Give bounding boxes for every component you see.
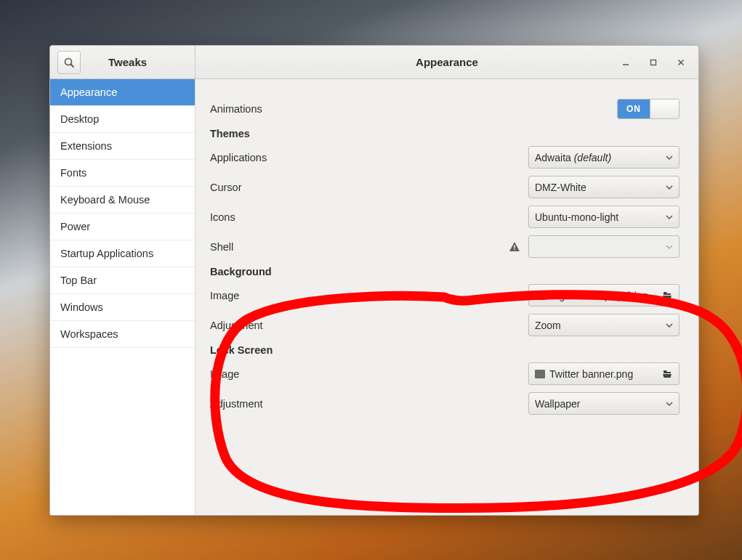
background-adjustment-dropdown[interactable]: Zoom (528, 314, 680, 336)
maximize-button[interactable] (640, 52, 666, 73)
svg-rect-7 (514, 248, 515, 250)
toggle-on-text: ON (618, 100, 650, 118)
sidebar-item-top-bar[interactable]: Top Bar (50, 267, 195, 294)
chevron-down-icon (666, 154, 673, 161)
sidebar-item-label: Workspaces (60, 328, 118, 340)
sidebar-item-label: Appearance (60, 86, 117, 98)
close-icon (677, 58, 685, 67)
window-controls (613, 46, 694, 78)
applications-theme-dropdown[interactable]: Adwaita (default) (528, 146, 680, 169)
sidebar-item-fonts[interactable]: Fonts (50, 160, 195, 187)
sidebar-item-label: Startup Applications (60, 248, 153, 259)
sidebar-item-label: Desktop (60, 113, 99, 125)
dropdown-value: DMZ-White (535, 182, 661, 193)
sidebar-item-windows[interactable]: Windows (50, 294, 195, 321)
file-value: High Sierra (copy).jpg (549, 290, 657, 301)
label-ls-adjust: Adjustment (210, 398, 384, 410)
svg-line-1 (71, 64, 74, 67)
label-shell: Shell (210, 241, 384, 253)
label-animations: Animations (210, 103, 384, 115)
dropdown-value: Ubuntu-mono-light (535, 211, 661, 223)
titlebar: Tweaks Appearance (50, 46, 698, 79)
sidebar-item-power[interactable]: Power (50, 214, 195, 240)
sidebar-item-keyboard-mouse[interactable]: Keyboard & Mouse (50, 187, 195, 214)
sidebar-item-startup-apps[interactable]: Startup Applications (50, 240, 195, 267)
chevron-down-icon (666, 243, 673, 251)
row-icons: Icons Ubuntu-mono-light (210, 202, 680, 232)
dropdown-value: Wallpaper (535, 398, 661, 410)
chevron-down-icon (666, 214, 673, 221)
minimize-icon (621, 58, 630, 67)
window-body: Appearance Desktop Extensions Fonts Keyb… (50, 79, 698, 515)
chevron-down-icon (666, 184, 673, 191)
maximize-icon (649, 58, 658, 67)
row-bg-image: Image High Sierra (copy).jpg (210, 280, 680, 310)
toggle-knob (650, 100, 679, 118)
lockscreen-image-chooser[interactable]: Twitter banner.png (528, 362, 680, 385)
section-background: Background (210, 261, 680, 280)
row-cursor: Cursor DMZ-White (210, 172, 680, 202)
minimize-button[interactable] (613, 52, 639, 73)
shell-theme-dropdown (528, 235, 680, 258)
open-icon (661, 369, 673, 379)
panel-title: Appearance (416, 56, 478, 68)
sidebar-item-desktop[interactable]: Desktop (50, 106, 195, 133)
row-animations: Animations ON (210, 94, 680, 123)
animations-toggle[interactable]: ON (617, 99, 680, 119)
titlebar-right: Appearance (195, 46, 698, 78)
sidebar-item-label: Windows (60, 301, 103, 313)
sidebar: Appearance Desktop Extensions Fonts Keyb… (50, 79, 195, 515)
image-thumb-icon (535, 370, 545, 378)
image-thumb-icon (535, 291, 545, 300)
label-bg-adjust: Adjustment (210, 320, 384, 331)
label-applications: Applications (210, 152, 384, 163)
app-title: Tweaks (88, 56, 195, 68)
sidebar-item-label: Fonts (60, 167, 86, 179)
content-panel: Animations ON Themes Applications Adwait… (195, 79, 698, 515)
background-image-chooser[interactable]: High Sierra (copy).jpg (528, 284, 680, 307)
section-lockscreen: Lock Screen (210, 340, 680, 359)
titlebar-left: Tweaks (50, 46, 195, 78)
sidebar-item-extensions[interactable]: Extensions (50, 133, 195, 160)
row-applications: Applications Adwaita (default) (210, 142, 680, 172)
label-ls-image: Image (210, 368, 384, 380)
file-value: Twitter banner.png (549, 368, 657, 380)
section-themes: Themes (210, 123, 680, 142)
search-button[interactable] (57, 51, 81, 74)
tweaks-window: Tweaks Appearance Appearance Desktop Ext… (49, 45, 699, 516)
cursor-theme-dropdown[interactable]: DMZ-White (528, 176, 680, 198)
label-bg-image: Image (210, 290, 384, 301)
row-ls-image: Image Twitter banner.png (210, 359, 680, 389)
sidebar-item-label: Keyboard & Mouse (60, 194, 150, 206)
row-shell: Shell (210, 232, 680, 261)
chevron-down-icon (666, 400, 673, 407)
sidebar-item-label: Power (60, 221, 90, 232)
dropdown-value: Zoom (535, 320, 661, 331)
svg-rect-3 (651, 60, 656, 65)
label-cursor: Cursor (210, 182, 384, 193)
sidebar-item-label: Top Bar (60, 275, 97, 286)
close-button[interactable] (668, 52, 694, 73)
label-icons: Icons (210, 211, 384, 223)
icons-theme-dropdown[interactable]: Ubuntu-mono-light (528, 206, 680, 228)
row-bg-adjust: Adjustment Zoom (210, 310, 680, 340)
warning-icon (508, 240, 521, 253)
search-icon (63, 57, 75, 68)
row-ls-adjust: Adjustment Wallpaper (210, 389, 680, 418)
open-icon (661, 291, 673, 301)
lockscreen-adjustment-dropdown[interactable]: Wallpaper (528, 392, 680, 415)
dropdown-value: Adwaita (default) (535, 152, 661, 163)
sidebar-item-workspaces[interactable]: Workspaces (50, 321, 195, 348)
svg-rect-6 (514, 245, 515, 248)
chevron-down-icon (666, 322, 673, 329)
sidebar-item-label: Extensions (60, 140, 112, 152)
sidebar-item-appearance[interactable]: Appearance (50, 79, 195, 106)
